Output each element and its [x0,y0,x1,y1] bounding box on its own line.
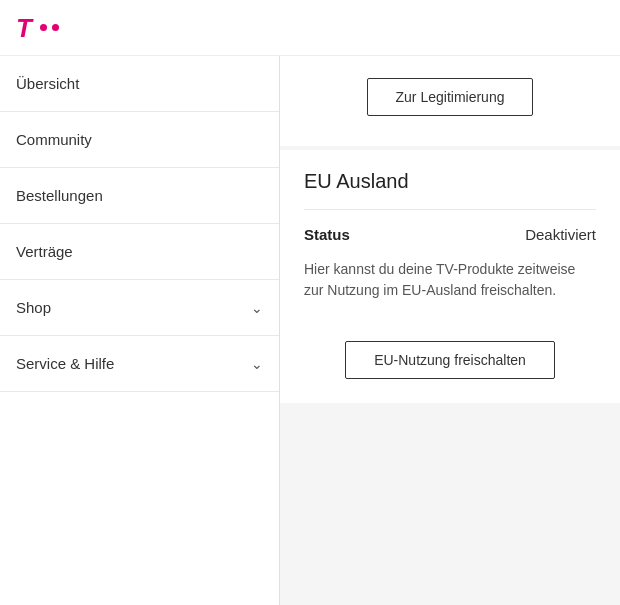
chevron-down-icon: ⌄ [251,356,263,372]
eu-nutzung-button[interactable]: EU-Nutzung freischalten [345,341,555,379]
sidebar-item-service-hilfe[interactable]: Service & Hilfe ⌄ [0,336,279,392]
logo-dot-2 [52,24,59,31]
status-label: Status [304,226,350,243]
header: T [0,0,620,56]
sidebar-item-community[interactable]: Community [0,112,279,168]
sidebar-item-label: Service & Hilfe [16,355,114,372]
eu-description: Hier kannst du deine TV-Produkte zeitwei… [304,259,596,301]
eu-card-header: EU Ausland Status Deaktiviert Hier kanns… [280,150,620,301]
logo-t-letter: T [16,15,32,41]
sidebar-item-vertrage[interactable]: Verträge [0,224,279,280]
sidebar-item-ubersicht[interactable]: Übersicht [0,56,279,112]
sidebar: Übersicht Community Bestellungen Verträg… [0,56,280,605]
legitimierung-card: Zur Legitimierung [280,56,620,146]
content-area: Zur Legitimierung EU Ausland Status Deak… [280,56,620,605]
eu-card-footer: EU-Nutzung freischalten [280,325,620,403]
logo-dots [40,24,59,31]
eu-ausland-card: EU Ausland Status Deaktiviert Hier kanns… [280,150,620,403]
eu-section-title: EU Ausland [304,170,596,193]
zur-legitimierung-button[interactable]: Zur Legitimierung [367,78,534,116]
divider [304,209,596,210]
sidebar-item-bestellungen[interactable]: Bestellungen [0,168,279,224]
sidebar-item-label: Community [16,131,92,148]
status-value: Deaktiviert [525,226,596,243]
chevron-down-icon: ⌄ [251,300,263,316]
logo: T [16,15,59,41]
main-layout: Übersicht Community Bestellungen Verträg… [0,56,620,605]
logo-dot-1 [40,24,47,31]
sidebar-item-label: Verträge [16,243,73,260]
sidebar-item-label: Übersicht [16,75,79,92]
sidebar-item-label: Shop [16,299,51,316]
sidebar-item-shop[interactable]: Shop ⌄ [0,280,279,336]
status-row: Status Deaktiviert [304,226,596,243]
sidebar-item-label: Bestellungen [16,187,103,204]
